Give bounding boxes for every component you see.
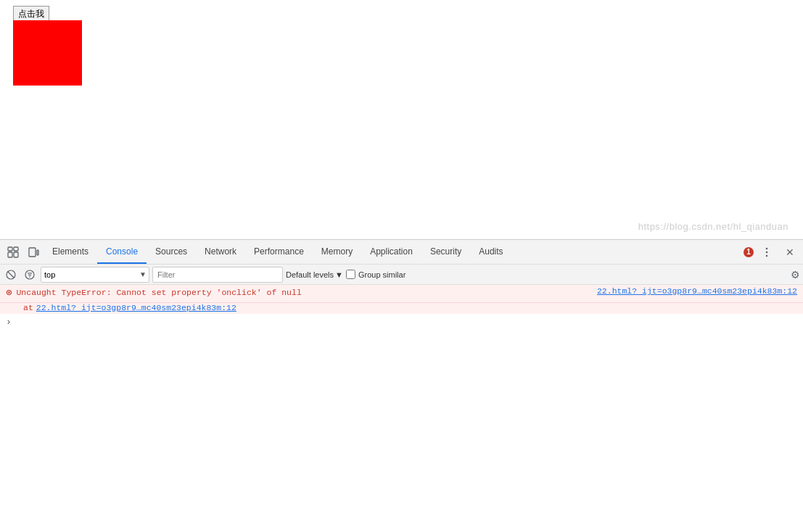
- tab-console[interactable]: Console: [97, 240, 147, 264]
- tab-sources[interactable]: Sources: [147, 240, 196, 264]
- tab-application[interactable]: Application: [361, 240, 421, 264]
- console-prompt-row: ›: [0, 314, 803, 331]
- console-toolbar: top ▼ Default levels ▼ Group similar ⚙: [0, 265, 803, 285]
- tab-audits[interactable]: Audits: [470, 240, 511, 264]
- console-error-sub-row: at 22.html? ijt=o3gp8r9…mc40sm23epi4k83m…: [0, 303, 803, 314]
- close-devtools-button[interactable]: ✕: [780, 242, 800, 262]
- error-at-link[interactable]: 22.html? ijt=o3gp8r9…mc40sm23epi4k83m:12: [36, 303, 236, 312]
- more-options-button[interactable]: [757, 242, 777, 262]
- svg-rect-5: [37, 250, 38, 255]
- tab-network[interactable]: Network: [196, 240, 245, 264]
- group-similar-wrapper: Group similar: [346, 270, 405, 279]
- tab-performance[interactable]: Performance: [245, 240, 313, 264]
- tab-memory[interactable]: Memory: [313, 240, 361, 264]
- watermark: https://blog.csdn.net/hl_qianduan: [638, 221, 788, 232]
- svg-point-8: [766, 254, 768, 257]
- filter-console-button[interactable]: [22, 267, 38, 283]
- svg-rect-2: [14, 247, 18, 251]
- error-count-dot: 1: [744, 247, 754, 257]
- context-selector[interactable]: top: [41, 267, 149, 283]
- levels-label: Default levels: [286, 270, 334, 279]
- browser-content: 点击我 https://blog.csdn.net/hl_qianduan: [0, 0, 803, 239]
- console-settings-button[interactable]: ⚙: [791, 269, 800, 280]
- levels-dropdown-arrow: ▼: [335, 270, 343, 279]
- red-box: [13, 20, 82, 86]
- error-at-text: at: [23, 303, 33, 312]
- default-levels-button[interactable]: Default levels ▼: [286, 267, 343, 283]
- inspect-element-button[interactable]: [3, 242, 23, 262]
- tab-elements[interactable]: Elements: [44, 240, 97, 264]
- svg-rect-4: [29, 248, 36, 257]
- error-badge: 1: [744, 247, 754, 257]
- devtools-panel: Elements Console Sources Network Perform…: [0, 239, 803, 532]
- svg-rect-0: [8, 247, 12, 251]
- svg-point-6: [766, 247, 768, 249]
- group-similar-checkbox[interactable]: [346, 270, 355, 279]
- svg-rect-1: [8, 252, 12, 257]
- devtools-toolbar: Elements Console Sources Network Perform…: [0, 240, 803, 265]
- svg-line-10: [8, 271, 15, 278]
- svg-rect-3: [14, 252, 18, 257]
- clear-console-button[interactable]: [3, 267, 19, 283]
- error-source-link[interactable]: 22.html? ijt=o3gp8r9…mc40sm23epi4k83m:12: [597, 286, 797, 296]
- devtools-right-controls: 1 ✕: [744, 242, 800, 262]
- console-filter-input[interactable]: [152, 267, 283, 283]
- console-output: ⊗ Uncaught TypeError: Cannot set propert…: [0, 285, 803, 532]
- error-text: Uncaught TypeError: Cannot set property …: [16, 286, 591, 299]
- console-error-row: ⊗ Uncaught TypeError: Cannot set propert…: [0, 285, 803, 303]
- device-toolbar-button[interactable]: [23, 242, 44, 262]
- context-selector-wrapper: top ▼: [41, 267, 149, 283]
- prompt-arrow-icon: ›: [6, 317, 12, 328]
- error-icon: ⊗: [6, 286, 12, 301]
- group-similar-label[interactable]: Group similar: [358, 270, 405, 279]
- devtools-tabs: Elements Console Sources Network Perform…: [44, 240, 744, 264]
- tab-security[interactable]: Security: [421, 240, 470, 264]
- svg-point-7: [766, 251, 768, 253]
